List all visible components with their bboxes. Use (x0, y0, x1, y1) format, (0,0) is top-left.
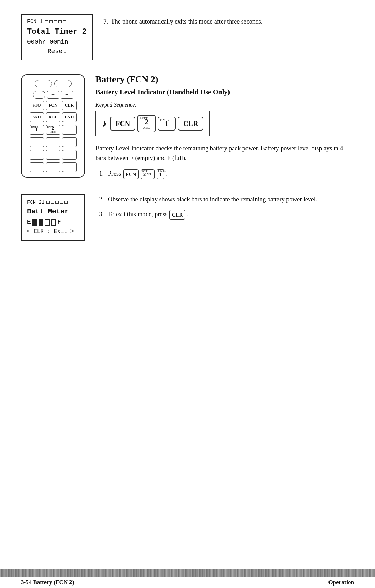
kps-1-sup: TIMER (160, 118, 169, 122)
middle-section: − + STO FCN CLR SND RCL END TIMER 1 (21, 74, 354, 184)
phone-key-6 (62, 137, 77, 147)
lcd-dot-1 (45, 20, 48, 23)
step1-number: 1. (95, 169, 104, 179)
step1-1-key: TIMER 1 (157, 169, 164, 179)
phone-keypad-row2 (30, 137, 77, 147)
bottom-section: FCN 21 Batt Meter E F < CLR : Exit > (21, 194, 354, 241)
phone-key-2: BATT 2 ABC (46, 125, 60, 135)
top-lcd-display: FCN 1 Total Timer 2 000hr 00min Reset (21, 14, 93, 60)
phone-key-3 (62, 125, 77, 135)
kps-clr-button: CLR (178, 117, 203, 131)
phone-key-hash (62, 162, 77, 172)
phone-snd-rcl-end-row: SND RCL END (30, 112, 77, 122)
footer-texture (0, 569, 375, 577)
kps-fcn-button: FCN (110, 117, 135, 131)
bottom-lcd-line4: < CLR : Exit > (27, 227, 79, 236)
phone-key-9 (62, 150, 77, 160)
phone-key-0 (46, 162, 60, 172)
bottom-dot-3 (55, 201, 59, 204)
kps-fcn-label: FCN (116, 119, 130, 128)
phone-minus-button: − (47, 91, 59, 99)
key2-sup-label: BATT (47, 126, 53, 128)
phone-keypad-row3 (30, 150, 77, 160)
kps-2-sub: ABC (143, 126, 150, 129)
battery-title: Battery (FCN 2) (95, 74, 354, 85)
phone-oval-left (35, 80, 52, 87)
kps-2-sup: BATT (140, 117, 148, 120)
step3-clr-key: CLR (169, 210, 185, 220)
lcd-dot-5 (63, 20, 66, 23)
keypad-sequence-diagram: ♪ FCN BATT 2 ABC TIMER 1 CLR (95, 111, 210, 136)
step1-2-sup: BATT (142, 170, 149, 173)
bottom-lcd-display: FCN 21 Batt Meter E F < CLR : Exit > (21, 194, 85, 241)
battery-subtitle: Battery Level Indicator (Handheld Use On… (95, 88, 354, 96)
step-1: 1. Press FCN BATT 2 ABC TIMER 1 . (95, 169, 354, 179)
bottom-dot-5 (64, 201, 68, 204)
batt-f-label: F (57, 217, 61, 227)
footer-labels: 3-54 Battery (FCN 2) Operation (0, 577, 375, 588)
battery-bar-display: E F (27, 217, 79, 227)
footer: 3-54 Battery (FCN 2) Operation (0, 569, 375, 588)
top-step7-text: 7. The phone automatically exits this mo… (103, 14, 354, 27)
phone-snd-button: SND (30, 112, 44, 122)
phone-plus-button: + (61, 91, 73, 99)
bottom-dot-2 (51, 201, 54, 204)
phone-diagram: − + STO FCN CLR SND RCL END TIMER 1 (21, 74, 85, 178)
batt-e-label: E (27, 217, 31, 227)
phone-clr-button: CLR (62, 101, 77, 110)
kps-arrow-icon: ♪ (102, 118, 107, 129)
batt-bar-filled-2 (39, 219, 43, 226)
phone-sto-button: STO (30, 101, 44, 110)
batt-bar-filled-1 (32, 219, 37, 226)
step1-press-text: Press (108, 170, 121, 177)
bottom-lcd-row1: FCN 21 (27, 199, 79, 206)
phone-key-star (30, 162, 44, 172)
phone-key-4 (30, 137, 44, 147)
bottom-lcd-label: FCN 21 (27, 199, 44, 206)
phone-rcl-button: RCL (46, 112, 60, 122)
lcd-dot-3 (54, 20, 57, 23)
phone-key-1: TIMER 1 (30, 125, 44, 135)
step3-period: . (187, 211, 189, 218)
phone-top-oval-row (35, 80, 72, 87)
step2-number: 2. (95, 194, 104, 204)
phone-key-5 (46, 137, 60, 147)
kps-2-button: BATT 2 ABC (138, 115, 156, 132)
battery-content: Battery (FCN 2) Battery Level Indicator … (95, 74, 354, 184)
lcd-dot-4 (58, 20, 62, 23)
step1-1-sup: TIMER (158, 170, 166, 173)
phone-key-8 (46, 150, 60, 160)
bottom-lcd-dots (46, 201, 68, 204)
phone-keypad-row1: TIMER 1 BATT 2 ABC (30, 125, 77, 135)
top-lcd-line4: Reset (27, 47, 87, 56)
step7-content: The phone automatically exits this mode … (111, 18, 262, 25)
step-3: 3. To exit this mode, press CLR . (95, 209, 354, 220)
lcd-dot-2 (49, 20, 53, 23)
battery-body-text: Battery Level Indicator checks the remai… (95, 143, 354, 163)
top-section: FCN 1 Total Timer 2 000hr 00min Reset 7.… (21, 14, 354, 60)
step3-number: 3. (95, 209, 104, 220)
step3-clr-label: CLR (172, 211, 183, 219)
keypad-sequence-label: Keypad Sequence: (95, 102, 354, 108)
top-lcd-line3: 000hr 00min (27, 37, 87, 47)
phone-fcn-button: FCN (46, 101, 60, 110)
key2-sub-label: ABC (50, 131, 55, 133)
phone-minus-plus-row: − + (33, 91, 73, 99)
step1-content: Press FCN BATT 2 ABC TIMER 1 . (108, 169, 168, 179)
step3-text: To exit this mode, press (108, 211, 167, 218)
top-lcd-line2: Total Timer 2 (27, 26, 87, 37)
step2-content: Observe the display shows black bars to … (108, 194, 317, 204)
phone-oval-right (54, 80, 72, 87)
kps-1-button: TIMER 1 (158, 117, 176, 131)
step1-fcn-label: FCN (126, 170, 136, 178)
key1-sup-label: TIMER (31, 126, 39, 128)
phone-left-oval (33, 91, 45, 99)
step3-content: To exit this mode, press CLR . (108, 209, 189, 220)
top-lcd-line1-label: FCN 1 (27, 18, 43, 26)
footer-right-label: Operation (328, 579, 354, 586)
step1-2-key: BATT 2 ABC (141, 169, 155, 179)
step7-number: 7. (103, 18, 111, 25)
top-lcd-dots (45, 20, 66, 23)
bottom-lcd-line2: Batt Meter (27, 206, 79, 217)
step-2: 2. Observe the display shows black bars … (95, 194, 354, 204)
